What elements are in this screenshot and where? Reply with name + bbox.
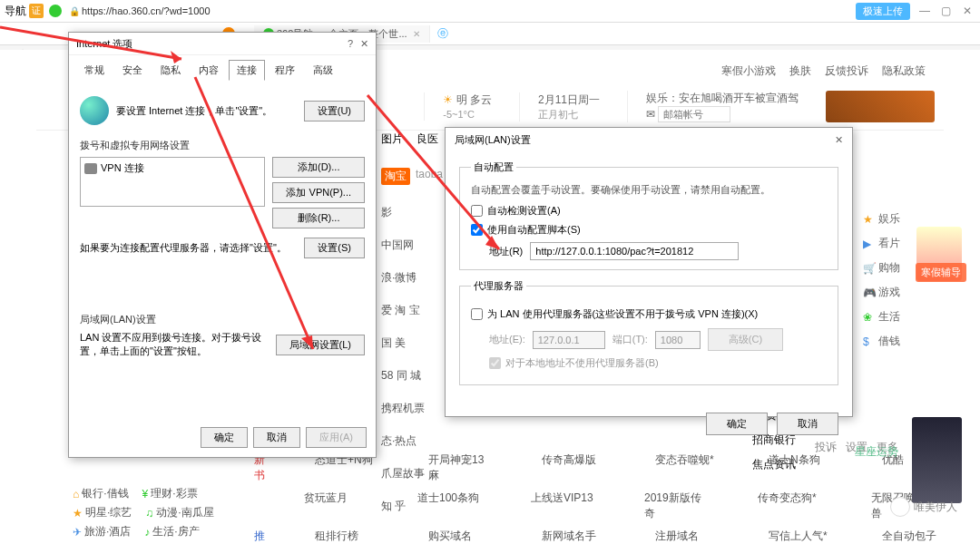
proxy-checkbox[interactable] [471, 308, 483, 320]
tab-images[interactable]: 图片 [381, 131, 403, 147]
promo-label[interactable]: 寒假辅导 [916, 263, 966, 282]
link[interactable]: 道士N条狗 [769, 452, 832, 483]
tab-doctor[interactable]: 良医 [416, 131, 438, 147]
wechat-icon [890, 497, 910, 517]
sun-icon: ☀ [443, 93, 453, 106]
maximize-icon[interactable]: ▢ [941, 5, 954, 17]
link[interactable]: 全自动包子机 [882, 529, 946, 544]
cat-link[interactable]: ¥理财·彩票 [142, 486, 198, 501]
tab-general[interactable]: 常规 [76, 60, 113, 81]
cat-item[interactable]: $借钱 [860, 331, 903, 352]
ad-banner[interactable] [826, 91, 935, 122]
url-text[interactable]: 🔒https://hao.360.cn/?wd=1000 [69, 5, 211, 16]
delete-button[interactable]: 删除(R)... [272, 208, 365, 228]
cat-link[interactable]: ★明星·综艺 [73, 505, 132, 520]
proxy-fieldset: 代理服务器 为 LAN 使用代理服务器(这些设置不用于拨号或 VPN 连接)(X… [459, 279, 838, 385]
tab-security[interactable]: 安全 [114, 60, 151, 81]
weather-cell[interactable]: ☀ 明 多云 -5~1°C [424, 92, 492, 121]
news-text[interactable]: 娱乐：安在旭喝酒开车被宣酒驾 [646, 92, 799, 104]
cat-link[interactable]: ⌂银行·借钱 [73, 486, 129, 501]
globe-icon [80, 96, 109, 125]
zodiac-link[interactable]: 星座运势 [855, 444, 898, 460]
tab-advanced[interactable]: 高级 [305, 60, 341, 81]
link[interactable]: 购买域名 [428, 529, 492, 544]
link[interactable]: 注册域名 [655, 529, 719, 544]
cat-item[interactable]: 🎮游戏 [860, 282, 903, 303]
auto-script-checkbox[interactable] [471, 224, 483, 236]
nav-link[interactable]: 隐私政策 [882, 63, 926, 79]
lan-settings-button[interactable]: 局域网设置(L) [276, 335, 365, 355]
dialog-titlebar[interactable]: Internet 选项 ? ✕ [69, 33, 376, 55]
close-icon[interactable]: ✕ [360, 38, 368, 50]
help-icon[interactable]: ? [348, 38, 353, 50]
mail-input[interactable] [658, 106, 730, 122]
close-icon[interactable]: ✕ [835, 134, 843, 146]
link[interactable]: 浪·微博 [381, 270, 445, 286]
cat-link[interactable]: ♪生活·房产 [144, 524, 199, 539]
apply-button[interactable]: 应用(A) [306, 427, 367, 448]
link[interactable]: 新网域名手机 [542, 529, 605, 544]
wechat-attribution: 唯美伊人 [890, 497, 957, 517]
cloud-upload-button[interactable]: 极速上传 [856, 3, 910, 20]
vpn-listbox[interactable]: VPN 连接 [80, 157, 265, 207]
left-tags: 淘宝 taoba [381, 168, 443, 185]
tab-programs[interactable]: 程序 [267, 60, 303, 81]
cat-item[interactable]: ★娱乐 [860, 209, 903, 229]
link[interactable]: 2019新版传奇 [644, 491, 708, 521]
link[interactable]: 贫玩蓝月 [304, 491, 368, 521]
cat-icon: ⌂ [73, 488, 79, 500]
nav-link[interactable]: 寒假小游戏 [721, 63, 776, 79]
cat-item[interactable]: ▶看片 [860, 233, 903, 254]
link[interactable]: 写信上人气* [769, 529, 832, 544]
add-button[interactable]: 添加(D)... [272, 157, 365, 178]
link[interactable]: 国 美 [381, 335, 445, 351]
ok-button[interactable]: 确定 [201, 427, 248, 448]
tag-taobao[interactable]: 淘宝 [381, 168, 410, 185]
tab-row: 图片 良医 [381, 131, 438, 147]
tab-connections[interactable]: 连接 [229, 60, 265, 81]
link[interactable]: 态·热点 [381, 433, 445, 449]
ok-button[interactable]: 确定 [706, 413, 768, 435]
ad-side[interactable] [912, 417, 962, 503]
cat-link[interactable]: ♫动漫·南瓜屋 [145, 505, 213, 520]
vpn-item[interactable]: VPN 连接 [84, 161, 260, 175]
pac-address-input[interactable] [530, 242, 739, 260]
link[interactable]: 租排行榜 [315, 529, 378, 544]
settings-button[interactable]: 设置(S) [304, 238, 365, 258]
tab-content[interactable]: 内容 [191, 60, 227, 81]
nav-link[interactable]: 反馈投诉 [825, 63, 868, 79]
setup-button[interactable]: 设置(U) [304, 101, 365, 121]
close-icon[interactable]: ✕ [963, 5, 975, 17]
link[interactable]: 传奇高爆版 [542, 452, 605, 483]
auto-detect-checkbox[interactable] [471, 205, 483, 217]
options-tabs: 常规 安全 隐私 内容 连接 程序 高级 [69, 55, 376, 81]
link[interactable]: 上线送VIP13 [531, 491, 594, 521]
link[interactable]: 影 [381, 205, 445, 220]
cat-icon: ♫ [145, 507, 153, 520]
nav-link[interactable]: 换肤 [789, 63, 811, 79]
dialog-title: 局域网(LAN)设置 [455, 133, 531, 147]
link[interactable]: 携程机票 [381, 401, 445, 416]
ie-icon[interactable]: ⓔ [437, 26, 448, 42]
add-vpn-button[interactable]: 添加 VPN(P)... [272, 182, 365, 203]
link[interactable]: 58 同 城 [381, 368, 445, 384]
cat-item[interactable]: 🛒购物 [860, 257, 903, 278]
cancel-button[interactable]: 取消 [777, 413, 838, 435]
money-icon: $ [863, 335, 876, 348]
star-icon: ★ [863, 213, 876, 226]
link[interactable]: 传奇变态狗* [758, 491, 821, 521]
tab-privacy[interactable]: 隐私 [152, 60, 189, 81]
tab-close-icon[interactable]: ✕ [413, 29, 420, 39]
link[interactable]: 变态吞噬蚬* [655, 452, 719, 483]
minimize-icon[interactable]: — [919, 5, 932, 17]
cancel-button[interactable]: 取消 [253, 427, 300, 448]
link[interactable]: 开局神宠13麻 [428, 452, 492, 483]
link[interactable]: 爱 淘 宝 [381, 303, 445, 318]
cat-item[interactable]: ❀生活 [860, 306, 903, 327]
link[interactable]: 中国网 [381, 238, 445, 253]
tag-rec[interactable]: 推荐 [254, 529, 265, 544]
cat-link[interactable]: ✈旅游·酒店 [73, 524, 131, 539]
bottom-categories: ⌂银行·借钱 ¥理财·彩票 ★明星·综艺 ♫动漫·南瓜屋 ✈旅游·酒店 ♪生活·… [73, 486, 214, 539]
link[interactable]: 道士100条狗 [417, 491, 481, 521]
dialog-titlebar[interactable]: 局域网(LAN)设置 ✕ [446, 128, 852, 151]
